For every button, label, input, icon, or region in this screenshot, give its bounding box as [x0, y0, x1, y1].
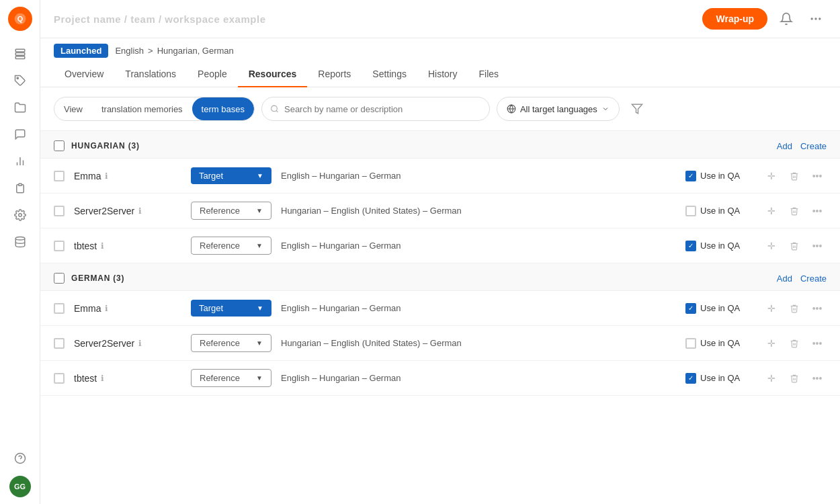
delete-icon-emma-hu[interactable] — [785, 167, 804, 185]
tab-translations[interactable]: Translations — [114, 62, 187, 87]
content-area: HUNGARIAN (3) Add Create Emma ℹ Target ▼ — [40, 131, 840, 504]
tab-history[interactable]: History — [417, 62, 468, 87]
info-icon-emma-hu[interactable]: ℹ — [105, 171, 108, 181]
delete-icon-tbtest-de[interactable] — [785, 369, 804, 388]
qa-checkbox-emma-de[interactable] — [685, 303, 696, 314]
qa-checkbox-server2server-hu[interactable] — [685, 206, 696, 216]
sidebar-clipboard-icon[interactable] — [8, 176, 32, 200]
info-icon-tbtest-de[interactable]: ℹ — [101, 374, 104, 383]
chevron-down-icon: ▼ — [257, 304, 263, 312]
move-icon-tbtest-hu[interactable]: ✛ — [762, 237, 781, 255]
move-icon-tbtest-de[interactable]: ✛ — [762, 369, 781, 388]
more-icon-tbtest-de[interactable]: ••• — [808, 369, 827, 388]
more-icon-emma-de[interactable]: ••• — [808, 299, 827, 318]
role-btn-emma-de[interactable]: Target ▼ — [191, 300, 271, 317]
create-hungarian-button[interactable]: Create — [800, 141, 827, 151]
section-hungarian: HUNGARIAN (3) Add Create Emma ℹ Target ▼ — [40, 131, 840, 263]
search-box[interactable] — [261, 97, 490, 121]
svg-line-18 — [276, 111, 278, 112]
svg-rect-2 — [15, 49, 25, 52]
sidebar-layers-icon[interactable] — [8, 42, 32, 66]
move-icon-server2server-de[interactable]: ✛ — [762, 334, 781, 353]
sidebar-database-icon[interactable] — [8, 230, 32, 254]
add-german-button[interactable]: Add — [777, 274, 792, 284]
info-icon-server2server-de[interactable]: ℹ — [138, 339, 142, 348]
tab-overview[interactable]: Overview — [54, 62, 114, 87]
breadcrumb-source: English — [115, 46, 144, 56]
more-icon-server2server-hu[interactable]: ••• — [808, 202, 827, 220]
breadcrumb-separator: > — [148, 46, 153, 56]
search-input[interactable] — [284, 104, 481, 114]
row-name-emma-hu: Emma ℹ — [74, 171, 181, 181]
row-actions-server2server-de: ✛ ••• — [762, 334, 827, 353]
delete-icon-server2server-hu[interactable] — [785, 202, 804, 220]
create-german-button[interactable]: Create — [800, 274, 827, 284]
qa-checkbox-server2server-de[interactable] — [685, 338, 696, 349]
svg-point-14 — [811, 17, 813, 19]
select-all-hungarian[interactable] — [54, 140, 65, 151]
row-name-tbtest-hu: tbtest ℹ — [74, 241, 181, 251]
user-avatar[interactable]: GG — [9, 476, 31, 497]
role-btn-tbtest-hu[interactable]: Reference ▼ — [191, 237, 271, 255]
info-icon-server2server-hu[interactable]: ℹ — [138, 206, 142, 216]
move-icon-emma-hu[interactable]: ✛ — [762, 167, 781, 185]
add-hungarian-button[interactable]: Add — [777, 141, 792, 151]
tab-resources[interactable]: Resources — [238, 62, 308, 87]
more-options-icon[interactable] — [805, 8, 827, 30]
select-all-german[interactable] — [54, 273, 65, 284]
role-btn-server2server-de[interactable]: Reference ▼ — [191, 334, 271, 352]
notifications-icon[interactable] — [775, 8, 797, 30]
role-btn-emma-hu[interactable]: Target ▼ — [191, 167, 271, 184]
role-btn-server2server-hu[interactable]: Reference ▼ — [191, 202, 271, 220]
info-icon-tbtest-hu[interactable]: ℹ — [101, 241, 104, 251]
move-icon-emma-de[interactable]: ✛ — [762, 299, 781, 318]
lang-path-server2server-de: Hungarian – English (United States) – Ge… — [281, 338, 676, 348]
checkbox-server2server-de[interactable] — [54, 338, 65, 349]
globe-icon — [507, 104, 516, 114]
move-icon-server2server-hu[interactable]: ✛ — [762, 202, 781, 220]
sidebar-tag-icon[interactable] — [8, 69, 32, 93]
view-toggle-view[interactable]: View — [54, 97, 92, 120]
tab-people[interactable]: People — [187, 62, 238, 87]
row-name-server2server-de: Server2Server ℹ — [74, 338, 181, 349]
help-icon[interactable] — [8, 446, 32, 470]
svg-point-15 — [814, 17, 816, 19]
filter-icon[interactable] — [626, 98, 648, 120]
use-in-qa-server2server-de: Use in QA — [685, 338, 753, 349]
sidebar-folder-icon[interactable] — [8, 95, 32, 120]
row-actions-tbtest-de: ✛ ••• — [762, 369, 827, 388]
delete-icon-server2server-de[interactable] — [785, 334, 804, 353]
checkbox-server2server-hu[interactable] — [54, 206, 65, 216]
language-dropdown[interactable]: All target languages — [497, 97, 620, 121]
checkbox-tbtest-hu[interactable] — [54, 241, 65, 251]
toolbar: View translation memories term bases All… — [40, 87, 840, 131]
tab-files[interactable]: Files — [468, 62, 509, 87]
view-toggle-tm[interactable]: translation memories — [92, 97, 192, 120]
checkbox-emma-hu[interactable] — [54, 171, 65, 181]
chevron-down-icon: ▼ — [256, 374, 263, 382]
more-icon-emma-hu[interactable]: ••• — [808, 167, 827, 185]
app-logo[interactable]: Q — [8, 7, 32, 31]
sidebar-settings-icon[interactable] — [8, 203, 32, 227]
section-header-left: HUNGARIAN (3) — [54, 140, 140, 151]
chevron-down-icon: ▼ — [257, 172, 263, 179]
view-toggle-tb[interactable]: term bases — [192, 97, 254, 120]
sidebar-chat-icon[interactable] — [8, 122, 32, 146]
tab-settings[interactable]: Settings — [362, 62, 417, 87]
sidebar-chart-icon[interactable] — [8, 149, 32, 173]
checkbox-emma-de[interactable] — [54, 303, 65, 314]
wrap-up-button[interactable]: Wrap-up — [702, 8, 767, 30]
more-icon-server2server-de[interactable]: ••• — [808, 334, 827, 353]
qa-checkbox-tbtest-hu[interactable] — [685, 241, 696, 251]
lang-path-tbtest-de: English – Hungarian – German — [281, 373, 676, 383]
role-btn-tbtest-de[interactable]: Reference ▼ — [191, 369, 271, 387]
tab-reports[interactable]: Reports — [307, 62, 362, 87]
checkbox-tbtest-de[interactable] — [54, 373, 65, 384]
delete-icon-tbtest-hu[interactable] — [785, 237, 804, 255]
header: Project name / team / workspace example … — [40, 0, 840, 38]
qa-checkbox-tbtest-de[interactable] — [685, 373, 696, 384]
more-icon-tbtest-hu[interactable]: ••• — [808, 237, 827, 255]
delete-icon-emma-de[interactable] — [785, 299, 804, 318]
info-icon-emma-de[interactable]: ℹ — [105, 304, 108, 313]
qa-checkbox-emma-hu[interactable] — [685, 171, 696, 181]
